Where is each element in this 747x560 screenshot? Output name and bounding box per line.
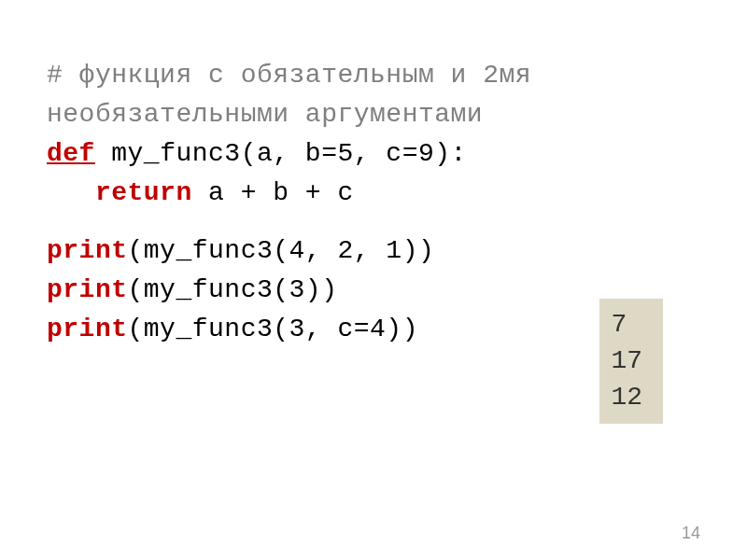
def-keyword: def bbox=[47, 139, 95, 168]
return-expression: a + b + c bbox=[192, 178, 354, 207]
slide-content: # функция с обязательным и 2мя необязате… bbox=[0, 0, 747, 349]
blank-line bbox=[47, 213, 700, 231]
return-keyword: return bbox=[47, 178, 192, 207]
print-args-2: (my_func3(3)) bbox=[128, 275, 338, 304]
print-keyword-2: print bbox=[47, 275, 128, 304]
code-comment-line-2: необязательными аргументами bbox=[47, 95, 700, 134]
print-args-3: (my_func3(3, c=4)) bbox=[128, 315, 418, 343]
output-box: 7 17 12 bbox=[599, 299, 663, 424]
def-signature: my_func3(a, b=5, c=9): bbox=[95, 139, 467, 168]
code-return-line: return a + b + c bbox=[47, 174, 700, 213]
print-keyword-3: print bbox=[47, 315, 128, 343]
print-args-1: (my_func3(4, 2, 1)) bbox=[128, 236, 435, 265]
code-comment-line-1: # функция с обязательным и 2мя bbox=[47, 56, 700, 95]
page-number: 14 bbox=[682, 524, 700, 543]
print-keyword-1: print bbox=[47, 236, 128, 265]
output-line-2: 17 bbox=[611, 343, 642, 379]
output-line-1: 7 bbox=[611, 306, 642, 343]
code-def-line: def my_func3(a, b=5, c=9): bbox=[47, 134, 700, 174]
code-print-1: print(my_func3(4, 2, 1)) bbox=[47, 231, 700, 271]
output-line-3: 12 bbox=[611, 379, 642, 415]
